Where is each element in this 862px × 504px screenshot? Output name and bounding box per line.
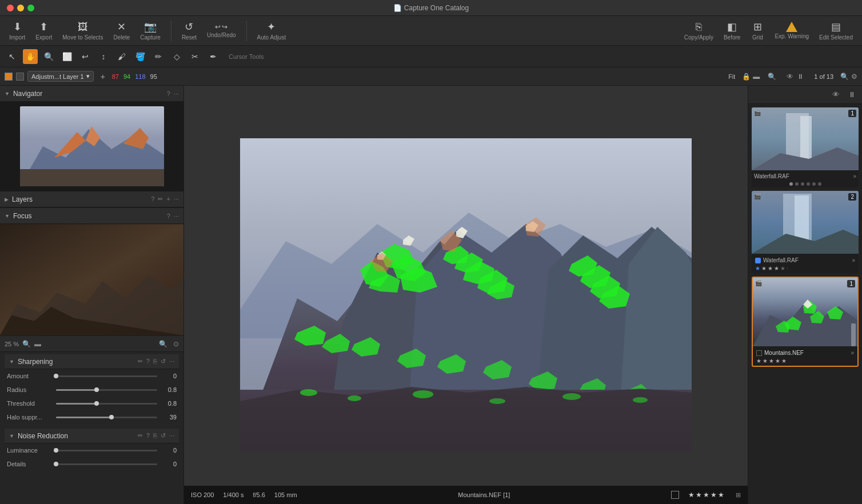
sharpening-copy-icon[interactable]: ⎘ xyxy=(153,358,157,365)
image-options-icon[interactable]: ⊞ xyxy=(736,491,741,499)
delete-button[interactable]: ✕ Delete xyxy=(109,18,134,43)
import-button[interactable]: ⬇ Import xyxy=(5,18,30,43)
details-slider[interactable] xyxy=(56,463,157,465)
noise-reduction-collapse-icon: ▼ xyxy=(9,433,14,439)
halo-thumb[interactable] xyxy=(109,415,114,419)
edit-selected-button[interactable]: ▤ Edit Selected xyxy=(815,18,857,43)
cursor-tool-hand[interactable]: ✋ xyxy=(23,49,38,64)
details-value: 0 xyxy=(161,461,177,467)
focus-more-icon[interactable]: ··· xyxy=(174,213,179,219)
eye-view-icon[interactable]: 👁 xyxy=(787,73,793,81)
next-page-icon[interactable]: ⚙ xyxy=(851,73,857,81)
filmstrip-next-arrow-2[interactable]: » xyxy=(852,257,855,263)
filmstrip-next-arrow-3[interactable]: » xyxy=(851,350,854,356)
focus-search-icon[interactable]: 🔍 xyxy=(159,340,167,348)
layers-help-icon[interactable]: ? xyxy=(151,195,154,203)
noise-more-icon[interactable]: ··· xyxy=(169,432,174,439)
focus-help-icon[interactable]: ? xyxy=(167,213,170,219)
sharpening-reset-icon[interactable]: ↺ xyxy=(161,358,166,365)
cursor-tool-select[interactable]: ⬜ xyxy=(59,49,74,64)
undo-redo-button[interactable]: ↩ ↪ Undo/Redo xyxy=(202,21,241,41)
dot-2 xyxy=(795,182,799,186)
color-values: 87 94 118 95 xyxy=(112,73,157,80)
noise-reset-icon[interactable]: ↺ xyxy=(161,432,166,439)
export-button[interactable]: ⬆ Export xyxy=(31,18,57,43)
amount-thumb[interactable] xyxy=(54,374,58,378)
page-nav-buttons: 🔍 ⚙ xyxy=(840,73,857,81)
noise-reduction-title: Noise Reduction xyxy=(18,432,68,440)
navigator-help-icon[interactable]: ? xyxy=(167,90,170,97)
filmstrip-item-3[interactable]: 1 🎬 Mountains.NEF » ★ ★ ★ ★ ★ xyxy=(752,277,859,367)
cursor-tool-shape[interactable]: ◇ xyxy=(169,49,184,64)
before-button[interactable]: ◧ Before xyxy=(719,18,745,43)
threshold-slider[interactable] xyxy=(56,403,157,405)
navigator-header[interactable]: ▼ Navigator ? ··· xyxy=(0,86,183,102)
radius-slider[interactable] xyxy=(56,389,157,391)
layers-edit-icon[interactable]: ✏ xyxy=(158,195,163,203)
filmstrip-color-tag-3 xyxy=(756,350,762,356)
layers-header[interactable]: ▶ Layers ? ✏ + ··· xyxy=(0,191,183,207)
maximize-button[interactable] xyxy=(27,5,34,11)
search-icon[interactable]: 🔍 xyxy=(768,73,776,81)
pause-view-icon[interactable]: ⏸ xyxy=(797,73,804,81)
radius-thumb[interactable] xyxy=(94,387,99,392)
details-thumb[interactable] xyxy=(54,462,58,466)
noise-copy-icon[interactable]: ⎘ xyxy=(153,432,157,439)
exp-warning-button[interactable]: Exp. Warning xyxy=(770,19,813,42)
luminance-label: Luminance xyxy=(7,447,53,454)
sharpening-help-icon[interactable]: ? xyxy=(146,358,150,365)
auto-adjust-button[interactable]: ✦ Auto Adjust xyxy=(253,18,291,43)
amount-slider[interactable] xyxy=(56,375,157,377)
pause-view-button[interactable]: ⏸ xyxy=(845,88,859,102)
layers-add-icon[interactable]: + xyxy=(166,195,170,203)
filmstrip-stars-3: ★ ★ ★ ★ ★ xyxy=(753,358,857,366)
filmstrip-next-arrow-1[interactable]: » xyxy=(853,173,856,179)
cursor-tool-pen[interactable]: ✏ xyxy=(151,49,166,64)
cursor-tool-straighten[interactable]: ↕ xyxy=(96,49,111,64)
file-tools-group: ⬇ Import ⬆ Export 🖼 Move to Selects ✕ De… xyxy=(5,18,165,43)
add-layer-button[interactable]: + xyxy=(97,71,109,82)
filmstrip-item-1[interactable]: 1 🎬 Waterfall.RAF » xyxy=(752,107,859,187)
luminance-thumb[interactable] xyxy=(54,448,58,453)
delete-icon: ✕ xyxy=(117,21,126,33)
luminance-slider[interactable] xyxy=(56,450,157,451)
eye-view-button[interactable]: 👁 xyxy=(829,88,843,102)
sharpening-more-icon[interactable]: ··· xyxy=(169,358,174,365)
svg-rect-63 xyxy=(752,191,859,254)
minimize-button[interactable] xyxy=(17,5,24,11)
close-button[interactable] xyxy=(7,5,14,11)
capture-button[interactable]: 📷 Capture xyxy=(135,18,165,43)
halo-slider[interactable] xyxy=(56,417,157,418)
cursor-tool-heal[interactable]: ✒ xyxy=(206,49,221,64)
noise-reduction-header[interactable]: ▼ Noise Reduction ✏ ? ⎘ ↺ ··· xyxy=(5,429,179,443)
cursor-tool-crop[interactable]: ✂ xyxy=(187,49,202,64)
details-label: Details xyxy=(7,461,53,467)
noise-help-icon[interactable]: ? xyxy=(146,432,150,439)
cursor-tools-bar: ↖ ✋ 🔍 ⬜ ↩ ↕ 🖌 🪣 ✏ ◇ ✂ ✒ Cursor Tools xyxy=(0,46,862,67)
filmstrip-item-2[interactable]: 2 🎬 Waterfall.RAF » ★ ★ ★ ★ ★ · xyxy=(752,191,859,273)
sharpening-header[interactable]: ▼ Sharpening ✏ ? ⎘ ↺ ··· xyxy=(5,354,179,369)
window-controls[interactable] xyxy=(7,5,34,11)
cursor-tool-brush[interactable]: 🖌 xyxy=(114,49,129,64)
noise-edit-icon[interactable]: ✏ xyxy=(138,432,143,439)
navigator-more-icon[interactable]: ··· xyxy=(174,90,179,97)
layers-more-icon[interactable]: ··· xyxy=(174,195,179,203)
cursor-tool-rotate[interactable]: ↩ xyxy=(78,49,93,64)
fit-label: Fit xyxy=(728,73,735,80)
cursor-tool-fill[interactable]: 🪣 xyxy=(133,49,147,64)
focus-pip-icon[interactable]: ⊙ xyxy=(173,340,179,348)
cursor-tool-pointer[interactable]: ↖ xyxy=(5,49,19,64)
canvas-area[interactable]: ISO 200 1/400 s f/5.6 105 mm Mountains.N… xyxy=(184,86,748,504)
focus-header[interactable]: ▼ Focus ? ··· xyxy=(0,208,183,224)
layer-selector[interactable]: Adjustm...t Layer 1 ▾ xyxy=(27,71,94,82)
cursor-tool-zoom[interactable]: 🔍 xyxy=(41,49,56,64)
reset-button[interactable]: ↺ Reset xyxy=(177,18,201,43)
threshold-thumb[interactable] xyxy=(94,401,99,406)
grid-button[interactable]: ⊞ Grid xyxy=(746,18,769,43)
image-info-bar: ISO 200 1/400 s f/5.6 105 mm Mountains.N… xyxy=(184,486,748,504)
prev-page-icon[interactable]: 🔍 xyxy=(840,73,849,81)
move-to-selects-button[interactable]: 🖼 Move to Selects xyxy=(58,19,107,43)
filmstrip[interactable]: 1 🎬 Waterfall.RAF » xyxy=(748,104,862,504)
sharpening-edit-icon[interactable]: ✏ xyxy=(138,358,143,365)
copy-apply-button[interactable]: ⎘ Copy/Apply xyxy=(680,19,718,43)
